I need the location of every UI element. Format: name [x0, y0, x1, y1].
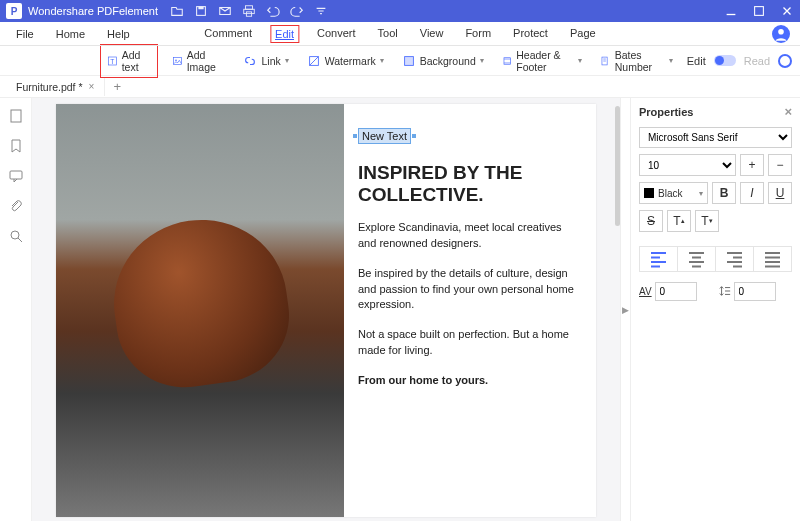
font-size-select[interactable]: 10 [639, 154, 736, 176]
open-icon[interactable] [170, 4, 184, 18]
new-text-box[interactable]: New Text [358, 128, 411, 144]
menu-view[interactable]: View [416, 25, 448, 43]
thumbnails-icon[interactable] [8, 108, 24, 124]
quick-access [170, 4, 328, 18]
svg-rect-3 [246, 6, 253, 10]
tab-strip: Furniture.pdf * × + [0, 76, 800, 98]
letter-spacing: AV [639, 282, 713, 301]
close-panel-icon[interactable]: × [784, 104, 792, 119]
paragraph-2[interactable]: Be inspired by the details of culture, d… [358, 266, 580, 314]
window-controls [724, 4, 794, 18]
menu-page[interactable]: Page [566, 25, 600, 43]
close-icon[interactable] [780, 4, 794, 18]
watermark-button[interactable]: Watermark ▾ [303, 52, 388, 70]
menu-file[interactable]: File [12, 26, 38, 42]
decrease-size-button[interactable]: − [768, 154, 792, 176]
dropdown-icon[interactable] [314, 4, 328, 18]
background-button[interactable]: Background ▾ [398, 52, 488, 70]
chevron-down-icon: ▾ [285, 56, 289, 65]
align-center-button[interactable] [678, 247, 716, 271]
user-avatar[interactable] [772, 25, 790, 43]
new-tab-button[interactable]: + [105, 79, 129, 94]
paragraph-4[interactable]: From our home to yours. [358, 373, 580, 389]
strikethrough-button[interactable]: S [639, 210, 663, 232]
link-button[interactable]: Link ▾ [239, 52, 292, 70]
bookmarks-icon[interactable] [8, 138, 24, 154]
header-footer-button[interactable]: Header & Footer ▾ [498, 47, 587, 75]
svg-line-14 [309, 56, 318, 65]
document-tab[interactable]: Furniture.pdf * × [6, 78, 105, 96]
menu-convert[interactable]: Convert [313, 25, 360, 43]
svg-line-26 [18, 238, 22, 242]
edit-toolbar: T Add text Add Image Link ▾ Watermark ▾ … [0, 46, 800, 76]
attachments-icon[interactable] [8, 198, 24, 214]
pdf-page: New Text INSPIRED BY THE COLLECTIVE. Exp… [56, 104, 596, 517]
chevron-down-icon: ▾ [699, 189, 703, 198]
svg-rect-1 [198, 7, 203, 10]
comments-icon[interactable] [8, 168, 24, 184]
paragraph-3[interactable]: Not a space built on perfection. But a h… [358, 327, 580, 359]
add-text-label: Add text [122, 49, 151, 73]
furniture-photo [56, 104, 344, 517]
canvas[interactable]: New Text INSPIRED BY THE COLLECTIVE. Exp… [32, 98, 620, 521]
close-tab-icon[interactable]: × [89, 81, 95, 92]
search-icon[interactable] [8, 228, 24, 244]
paragraph-1[interactable]: Explore Scandinavia, meet local creative… [358, 220, 580, 252]
increase-size-button[interactable]: + [740, 154, 764, 176]
add-text-button[interactable]: T Add text [100, 44, 158, 78]
font-family-select[interactable]: Microsoft Sans Serif [639, 127, 792, 148]
menu-comment[interactable]: Comment [200, 25, 256, 43]
svg-point-12 [175, 59, 177, 61]
menu-tool[interactable]: Tool [374, 25, 402, 43]
image-icon [172, 54, 183, 68]
background-icon [402, 54, 416, 68]
menu-bar: File Home Help Comment Edit Convert Tool… [0, 22, 800, 46]
bold-button[interactable]: B [712, 182, 736, 204]
panel-collapse[interactable]: ▶ [620, 98, 630, 521]
save-icon[interactable] [194, 4, 208, 18]
side-tools [0, 98, 32, 521]
font-color-select[interactable]: Black ▾ [639, 182, 708, 204]
svg-rect-23 [11, 110, 21, 122]
svg-text:T: T [110, 57, 114, 64]
shape-tool-icon[interactable] [778, 54, 792, 68]
svg-point-8 [778, 28, 784, 34]
superscript-button[interactable]: T▴ [667, 210, 691, 232]
properties-title: Properties [639, 106, 693, 118]
align-right-button[interactable] [716, 247, 754, 271]
menu-home[interactable]: Home [52, 26, 89, 42]
undo-icon[interactable] [266, 4, 280, 18]
menu-protect[interactable]: Protect [509, 25, 552, 43]
text-icon: T [107, 54, 118, 68]
menu-form[interactable]: Form [461, 25, 495, 43]
line-spacing-icon [719, 285, 731, 299]
line-spacing [719, 282, 793, 301]
letter-spacing-input[interactable] [655, 282, 697, 301]
bates-button[interactable]: Bates Number ▾ [596, 47, 676, 75]
chevron-down-icon: ▾ [380, 56, 384, 65]
bates-icon [600, 54, 610, 68]
align-justify-button[interactable] [754, 247, 791, 271]
menu-help[interactable]: Help [103, 26, 134, 42]
minimize-icon[interactable] [724, 4, 738, 18]
mode-toggle[interactable] [714, 55, 736, 66]
maximize-icon[interactable] [752, 4, 766, 18]
mode-edit-label: Edit [687, 55, 706, 67]
page-heading[interactable]: INSPIRED BY THE COLLECTIVE. [358, 162, 580, 206]
print-icon[interactable] [242, 4, 256, 18]
italic-button[interactable]: I [740, 182, 764, 204]
redo-icon[interactable] [290, 4, 304, 18]
align-left-button[interactable] [640, 247, 678, 271]
add-image-button[interactable]: Add Image [168, 47, 230, 75]
line-spacing-input[interactable] [734, 282, 776, 301]
app-title: Wondershare PDFelement [28, 5, 158, 17]
subscript-button[interactable]: T▾ [695, 210, 719, 232]
chevron-down-icon: ▾ [480, 56, 484, 65]
title-bar: P Wondershare PDFelement [0, 0, 800, 22]
mail-icon[interactable] [218, 4, 232, 18]
underline-button[interactable]: U [768, 182, 792, 204]
header-footer-icon [502, 54, 512, 68]
properties-panel: Properties × Microsoft Sans Serif 10 + −… [630, 98, 800, 521]
scrollbar-thumb[interactable] [615, 106, 620, 226]
menu-edit[interactable]: Edit [270, 25, 299, 43]
